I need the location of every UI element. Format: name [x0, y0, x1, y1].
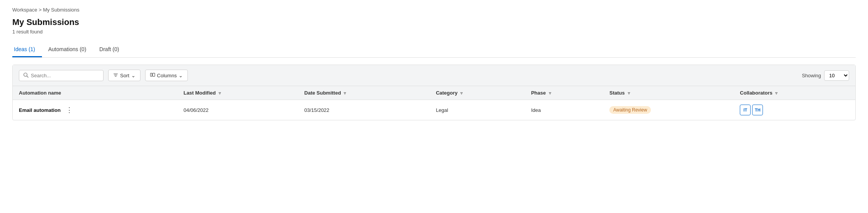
- col-collaborators[interactable]: Collaborators ▿: [734, 86, 855, 100]
- col-automation-name: Automation name: [13, 86, 177, 100]
- col-date-submitted[interactable]: Date Submitted ▿: [298, 86, 430, 100]
- showing-container: Showing 10 25 50: [802, 70, 849, 81]
- columns-chevron-icon: ⌄: [179, 73, 183, 78]
- svg-line-1: [27, 76, 28, 77]
- page-wrapper: Workspace > My Submissions My Submission…: [0, 0, 868, 213]
- columns-label: Columns: [157, 73, 177, 78]
- tab-draft[interactable]: Draft (0): [98, 42, 126, 57]
- sort-icon: [113, 72, 118, 78]
- row-more-icon[interactable]: ⋮: [64, 105, 74, 115]
- breadcrumb-workspace[interactable]: Workspace: [12, 7, 37, 13]
- breadcrumb: Workspace > My Submissions: [12, 7, 856, 13]
- collaborators-filter-icon: ▿: [775, 91, 778, 96]
- svg-rect-5: [151, 73, 152, 76]
- cell-phase: Idea: [525, 100, 604, 120]
- cell-last-modified: 04/06/2022: [177, 100, 298, 120]
- sort-label: Sort: [120, 73, 129, 78]
- search-box[interactable]: [19, 70, 104, 81]
- status-filter-icon: ▿: [628, 91, 630, 96]
- avatar: TH: [752, 105, 763, 115]
- category-filter-icon: ▿: [460, 91, 463, 96]
- cell-status: Awaiting Review: [603, 100, 734, 120]
- showing-text: Showing: [802, 73, 821, 78]
- search-input[interactable]: [31, 73, 99, 78]
- date-submitted-filter-icon: ▿: [344, 91, 346, 96]
- cell-automation-name: Email automation ⋮: [13, 100, 177, 120]
- svg-rect-6: [152, 73, 155, 76]
- cell-collaborators: ITTH: [734, 100, 855, 120]
- tab-ideas[interactable]: Ideas (1): [12, 42, 42, 57]
- col-phase[interactable]: Phase ▿: [525, 86, 604, 100]
- col-status[interactable]: Status ▿: [603, 86, 734, 100]
- columns-button[interactable]: Columns ⌄: [145, 70, 188, 81]
- breadcrumb-separator: >: [38, 7, 42, 13]
- toolbar: Sort ⌄ Columns ⌄ Showing 10 25 50: [13, 65, 855, 86]
- page-title: My Submissions: [12, 17, 856, 27]
- tabs-container: Ideas (1) Automations (0) Draft (0): [12, 42, 856, 58]
- showing-select[interactable]: 10 25 50: [824, 70, 849, 81]
- col-category[interactable]: Category ▿: [430, 86, 525, 100]
- col-last-modified[interactable]: Last Modified ▿: [177, 86, 298, 100]
- tab-automations[interactable]: Automations (0): [47, 42, 93, 57]
- table-section: Sort ⌄ Columns ⌄ Showing 10 25 50: [12, 65, 856, 120]
- data-table: Automation name Last Modified ▿ Date Sub…: [13, 86, 855, 120]
- breadcrumb-current: My Submissions: [43, 7, 80, 13]
- phase-filter-icon: ▿: [549, 91, 551, 96]
- sort-chevron-icon: ⌄: [131, 73, 135, 78]
- cell-date-submitted: 03/15/2022: [298, 100, 430, 120]
- cell-category: Legal: [430, 100, 525, 120]
- sort-button[interactable]: Sort ⌄: [108, 70, 140, 81]
- last-modified-filter-icon: ▿: [219, 91, 221, 96]
- columns-icon: [150, 72, 155, 78]
- status-badge: Awaiting Review: [609, 106, 651, 114]
- automation-name-text[interactable]: Email automation: [19, 107, 60, 113]
- table-header-row: Automation name Last Modified ▿ Date Sub…: [13, 86, 855, 100]
- avatar: IT: [740, 105, 751, 115]
- search-icon: [23, 72, 28, 79]
- table-row: Email automation ⋮ 04/06/202203/15/2022L…: [13, 100, 855, 120]
- result-count: 1 result found: [12, 29, 856, 35]
